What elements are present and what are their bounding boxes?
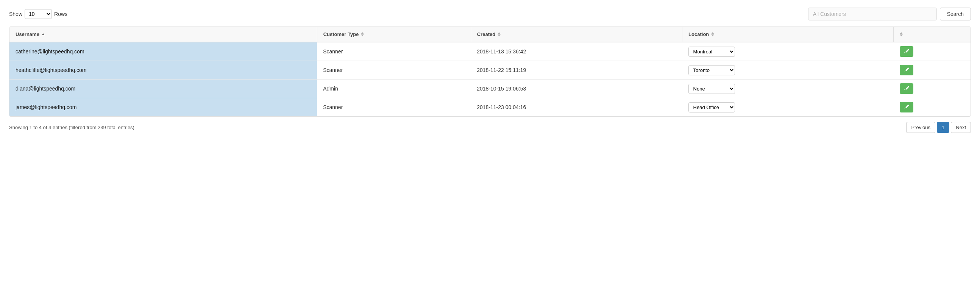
next-button[interactable]: Next — [951, 122, 971, 133]
sort-actions-icon — [900, 32, 903, 37]
show-rows-control: Show 10 25 50 100 Rows — [9, 9, 67, 19]
location-cell: NoneMontrealTorontoHead Office — [682, 98, 894, 116]
customers-table-wrapper: Username Customer Type — [9, 27, 971, 116]
created-cell: 2018-11-22 15:11:19 — [471, 61, 682, 80]
table-footer: Showing 1 to 4 of 4 entries (filtered fr… — [9, 122, 971, 133]
col-header-location[interactable]: Location — [682, 27, 894, 42]
col-created-label: Created — [477, 32, 495, 37]
pagination: Previous 1 Next — [906, 122, 971, 133]
sort-created-icon — [498, 32, 501, 37]
created-cell: 2018-10-15 19:06:53 — [471, 80, 682, 98]
tag-button[interactable] — [900, 65, 913, 75]
sort-location-icon — [711, 32, 714, 37]
page-1-button[interactable]: 1 — [937, 122, 949, 133]
table-row: catherine@lightspeedhq.comScanner2018-11… — [10, 42, 970, 61]
col-location-label: Location — [689, 32, 709, 37]
actions-cell — [894, 61, 970, 80]
actions-cell — [894, 42, 970, 61]
username-cell: catherine@lightspeedhq.com — [10, 42, 317, 61]
show-label: Show — [9, 11, 22, 17]
customer-type-cell: Scanner — [317, 42, 471, 61]
previous-button[interactable]: Previous — [906, 122, 935, 133]
col-username-label: Username — [16, 32, 40, 37]
location-select[interactable]: NoneMontrealTorontoHead Office — [689, 102, 735, 113]
username-cell: heathcliffe@lightspeedhq.com — [10, 61, 317, 80]
table-header-row: Username Customer Type — [10, 27, 970, 42]
customers-table: Username Customer Type — [10, 27, 970, 116]
col-header-created[interactable]: Created — [471, 27, 682, 42]
rows-label: Rows — [54, 11, 67, 17]
tag-button[interactable] — [900, 46, 913, 57]
table-row: heathcliffe@lightspeedhq.comScanner2018-… — [10, 61, 970, 80]
showing-entries-text: Showing 1 to 4 of 4 entries (filtered fr… — [9, 124, 134, 130]
location-select[interactable]: NoneMontrealTorontoHead Office — [689, 84, 735, 94]
customer-type-cell: Admin — [317, 80, 471, 98]
customer-type-cell: Scanner — [317, 61, 471, 80]
created-cell: 2018-11-23 00:04:16 — [471, 98, 682, 116]
col-header-actions — [894, 27, 970, 42]
customer-type-cell: Scanner — [317, 98, 471, 116]
col-header-username[interactable]: Username — [10, 27, 317, 42]
created-cell: 2018-11-13 15:36:42 — [471, 42, 682, 61]
location-cell: NoneMontrealTorontoHead Office — [682, 80, 894, 98]
table-row: diana@lightspeedhq.comAdmin2018-10-15 19… — [10, 80, 970, 98]
customer-filter-input[interactable] — [808, 8, 937, 21]
tag-button[interactable] — [900, 83, 913, 94]
col-type-label: Customer Type — [323, 32, 359, 37]
location-cell: NoneMontrealTorontoHead Office — [682, 61, 894, 80]
col-header-type[interactable]: Customer Type — [317, 27, 471, 42]
table-row: james@lightspeedhq.comScanner2018-11-23 … — [10, 98, 970, 116]
actions-cell — [894, 80, 970, 98]
location-select[interactable]: NoneMontrealTorontoHead Office — [689, 65, 735, 75]
tag-button[interactable] — [900, 102, 913, 113]
sort-username-icon — [41, 33, 45, 35]
sort-type-icon — [361, 32, 364, 37]
location-select[interactable]: NoneMontrealTorontoHead Office — [689, 46, 735, 57]
rows-per-page-select[interactable]: 10 25 50 100 — [25, 9, 52, 19]
username-cell: diana@lightspeedhq.com — [10, 80, 317, 98]
search-button[interactable]: Search — [940, 8, 971, 21]
actions-cell — [894, 98, 970, 116]
location-cell: NoneMontrealTorontoHead Office — [682, 42, 894, 61]
top-bar: Show 10 25 50 100 Rows Search — [9, 8, 971, 21]
top-right-controls: Search — [808, 8, 971, 21]
username-cell: james@lightspeedhq.com — [10, 98, 317, 116]
